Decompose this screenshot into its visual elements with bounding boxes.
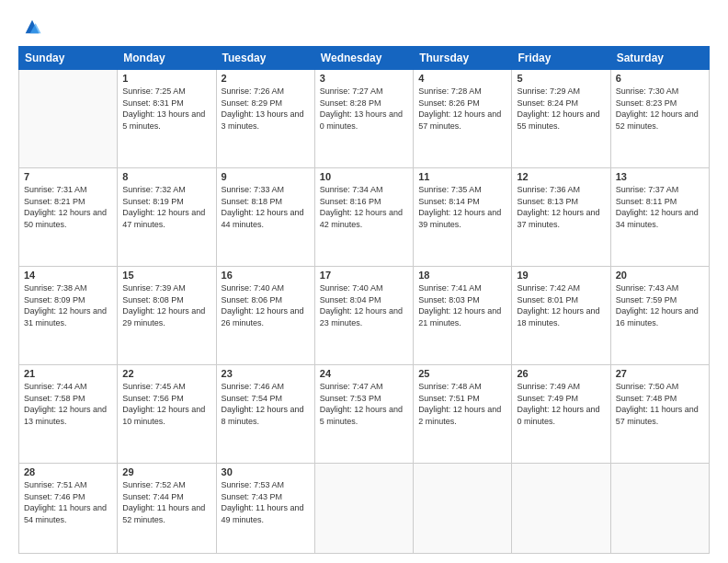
table-row: 10Sunrise: 7:34 AM Sunset: 8:16 PM Dayli… bbox=[314, 168, 413, 267]
table-row bbox=[610, 464, 709, 554]
table-row: 8Sunrise: 7:32 AM Sunset: 8:19 PM Daylig… bbox=[118, 168, 216, 267]
table-row bbox=[512, 464, 610, 554]
day-number: 25 bbox=[418, 368, 506, 379]
calendar-week-row: 21Sunrise: 7:44 AM Sunset: 7:58 PM Dayli… bbox=[19, 365, 710, 464]
day-info: Sunrise: 7:52 AM Sunset: 7:44 PM Dayligh… bbox=[122, 479, 210, 525]
day-number: 28 bbox=[24, 466, 112, 477]
table-row: 18Sunrise: 7:41 AM Sunset: 8:03 PM Dayli… bbox=[414, 267, 512, 365]
day-info: Sunrise: 7:40 AM Sunset: 8:06 PM Dayligh… bbox=[222, 282, 310, 328]
day-number: 19 bbox=[517, 270, 605, 281]
day-number: 10 bbox=[320, 171, 408, 182]
table-row: 27Sunrise: 7:50 AM Sunset: 7:48 PM Dayli… bbox=[610, 365, 709, 464]
day-number: 27 bbox=[616, 368, 704, 379]
table-row: 24Sunrise: 7:47 AM Sunset: 7:53 PM Dayli… bbox=[314, 365, 413, 464]
day-number: 8 bbox=[122, 171, 210, 182]
table-row bbox=[19, 70, 118, 168]
col-wednesday: Wednesday bbox=[314, 47, 413, 70]
day-number: 12 bbox=[517, 171, 605, 182]
table-row: 5Sunrise: 7:29 AM Sunset: 8:24 PM Daylig… bbox=[512, 70, 610, 168]
day-info: Sunrise: 7:27 AM Sunset: 8:28 PM Dayligh… bbox=[320, 86, 408, 132]
day-info: Sunrise: 7:34 AM Sunset: 8:16 PM Dayligh… bbox=[320, 184, 408, 230]
table-row: 17Sunrise: 7:40 AM Sunset: 8:04 PM Dayli… bbox=[314, 267, 413, 365]
table-row: 4Sunrise: 7:28 AM Sunset: 8:26 PM Daylig… bbox=[414, 70, 512, 168]
table-row: 29Sunrise: 7:52 AM Sunset: 7:44 PM Dayli… bbox=[118, 464, 216, 554]
calendar-week-row: 28Sunrise: 7:51 AM Sunset: 7:46 PM Dayli… bbox=[19, 464, 710, 554]
table-row: 11Sunrise: 7:35 AM Sunset: 8:14 PM Dayli… bbox=[414, 168, 512, 267]
day-info: Sunrise: 7:43 AM Sunset: 7:59 PM Dayligh… bbox=[616, 282, 704, 328]
day-number: 16 bbox=[222, 270, 310, 281]
day-number: 21 bbox=[24, 368, 112, 379]
col-tuesday: Tuesday bbox=[216, 47, 314, 70]
day-info: Sunrise: 7:25 AM Sunset: 8:31 PM Dayligh… bbox=[122, 86, 210, 132]
day-number: 15 bbox=[122, 270, 210, 281]
table-row: 2Sunrise: 7:26 AM Sunset: 8:29 PM Daylig… bbox=[216, 70, 314, 168]
day-info: Sunrise: 7:31 AM Sunset: 8:21 PM Dayligh… bbox=[24, 184, 112, 230]
table-row: 19Sunrise: 7:42 AM Sunset: 8:01 PM Dayli… bbox=[512, 267, 610, 365]
table-row bbox=[414, 464, 512, 554]
day-info: Sunrise: 7:53 AM Sunset: 7:43 PM Dayligh… bbox=[222, 479, 310, 525]
logo bbox=[18, 17, 42, 37]
day-number: 6 bbox=[616, 73, 704, 84]
table-row: 15Sunrise: 7:39 AM Sunset: 8:08 PM Dayli… bbox=[118, 267, 216, 365]
col-thursday: Thursday bbox=[414, 47, 512, 70]
table-row: 14Sunrise: 7:38 AM Sunset: 8:09 PM Dayli… bbox=[19, 267, 118, 365]
table-row: 13Sunrise: 7:37 AM Sunset: 8:11 PM Dayli… bbox=[610, 168, 709, 267]
table-row: 16Sunrise: 7:40 AM Sunset: 8:06 PM Dayli… bbox=[216, 267, 314, 365]
table-row: 20Sunrise: 7:43 AM Sunset: 7:59 PM Dayli… bbox=[610, 267, 709, 365]
day-info: Sunrise: 7:26 AM Sunset: 8:29 PM Dayligh… bbox=[222, 86, 310, 132]
day-number: 4 bbox=[418, 73, 506, 84]
day-info: Sunrise: 7:50 AM Sunset: 7:48 PM Dayligh… bbox=[616, 381, 704, 427]
day-info: Sunrise: 7:48 AM Sunset: 7:51 PM Dayligh… bbox=[418, 381, 506, 427]
table-row: 30Sunrise: 7:53 AM Sunset: 7:43 PM Dayli… bbox=[216, 464, 314, 554]
table-row: 22Sunrise: 7:45 AM Sunset: 7:56 PM Dayli… bbox=[118, 365, 216, 464]
table-row bbox=[314, 464, 413, 554]
header bbox=[18, 17, 710, 37]
day-info: Sunrise: 7:40 AM Sunset: 8:04 PM Dayligh… bbox=[320, 282, 408, 328]
table-row: 28Sunrise: 7:51 AM Sunset: 7:46 PM Dayli… bbox=[19, 464, 118, 554]
table-row: 7Sunrise: 7:31 AM Sunset: 8:21 PM Daylig… bbox=[19, 168, 118, 267]
day-info: Sunrise: 7:36 AM Sunset: 8:13 PM Dayligh… bbox=[517, 184, 605, 230]
table-row: 1Sunrise: 7:25 AM Sunset: 8:31 PM Daylig… bbox=[118, 70, 216, 168]
table-row: 25Sunrise: 7:48 AM Sunset: 7:51 PM Dayli… bbox=[414, 365, 512, 464]
table-row: 3Sunrise: 7:27 AM Sunset: 8:28 PM Daylig… bbox=[314, 70, 413, 168]
day-info: Sunrise: 7:35 AM Sunset: 8:14 PM Dayligh… bbox=[418, 184, 506, 230]
day-number: 7 bbox=[24, 171, 112, 182]
day-number: 14 bbox=[24, 270, 112, 281]
day-number: 1 bbox=[122, 73, 210, 84]
day-number: 13 bbox=[616, 171, 704, 182]
day-info: Sunrise: 7:51 AM Sunset: 7:46 PM Dayligh… bbox=[24, 479, 112, 525]
col-friday: Friday bbox=[512, 47, 610, 70]
table-row: 6Sunrise: 7:30 AM Sunset: 8:23 PM Daylig… bbox=[610, 70, 709, 168]
day-info: Sunrise: 7:32 AM Sunset: 8:19 PM Dayligh… bbox=[122, 184, 210, 230]
day-info: Sunrise: 7:28 AM Sunset: 8:26 PM Dayligh… bbox=[418, 86, 506, 132]
table-row: 21Sunrise: 7:44 AM Sunset: 7:58 PM Dayli… bbox=[19, 365, 118, 464]
day-info: Sunrise: 7:47 AM Sunset: 7:53 PM Dayligh… bbox=[320, 381, 408, 427]
day-info: Sunrise: 7:33 AM Sunset: 8:18 PM Dayligh… bbox=[222, 184, 310, 230]
day-number: 11 bbox=[418, 171, 506, 182]
day-info: Sunrise: 7:42 AM Sunset: 8:01 PM Dayligh… bbox=[517, 282, 605, 328]
logo-icon bbox=[22, 17, 42, 37]
day-info: Sunrise: 7:46 AM Sunset: 7:54 PM Dayligh… bbox=[222, 381, 310, 427]
day-number: 22 bbox=[122, 368, 210, 379]
calendar-header-row: Sunday Monday Tuesday Wednesday Thursday… bbox=[19, 47, 710, 70]
calendar-week-row: 7Sunrise: 7:31 AM Sunset: 8:21 PM Daylig… bbox=[19, 168, 710, 267]
calendar-week-row: 1Sunrise: 7:25 AM Sunset: 8:31 PM Daylig… bbox=[19, 70, 710, 168]
day-number: 2 bbox=[222, 73, 310, 84]
table-row: 12Sunrise: 7:36 AM Sunset: 8:13 PM Dayli… bbox=[512, 168, 610, 267]
day-number: 26 bbox=[517, 368, 605, 379]
day-number: 29 bbox=[122, 466, 210, 477]
day-info: Sunrise: 7:39 AM Sunset: 8:08 PM Dayligh… bbox=[122, 282, 210, 328]
day-info: Sunrise: 7:41 AM Sunset: 8:03 PM Dayligh… bbox=[418, 282, 506, 328]
day-info: Sunrise: 7:29 AM Sunset: 8:24 PM Dayligh… bbox=[517, 86, 605, 132]
day-info: Sunrise: 7:45 AM Sunset: 7:56 PM Dayligh… bbox=[122, 381, 210, 427]
day-info: Sunrise: 7:38 AM Sunset: 8:09 PM Dayligh… bbox=[24, 282, 112, 328]
day-number: 3 bbox=[320, 73, 408, 84]
calendar-week-row: 14Sunrise: 7:38 AM Sunset: 8:09 PM Dayli… bbox=[19, 267, 710, 365]
col-monday: Monday bbox=[118, 47, 216, 70]
table-row: 26Sunrise: 7:49 AM Sunset: 7:49 PM Dayli… bbox=[512, 365, 610, 464]
col-saturday: Saturday bbox=[610, 47, 709, 70]
col-sunday: Sunday bbox=[19, 47, 118, 70]
day-number: 24 bbox=[320, 368, 408, 379]
day-number: 9 bbox=[222, 171, 310, 182]
table-row: 9Sunrise: 7:33 AM Sunset: 8:18 PM Daylig… bbox=[216, 168, 314, 267]
